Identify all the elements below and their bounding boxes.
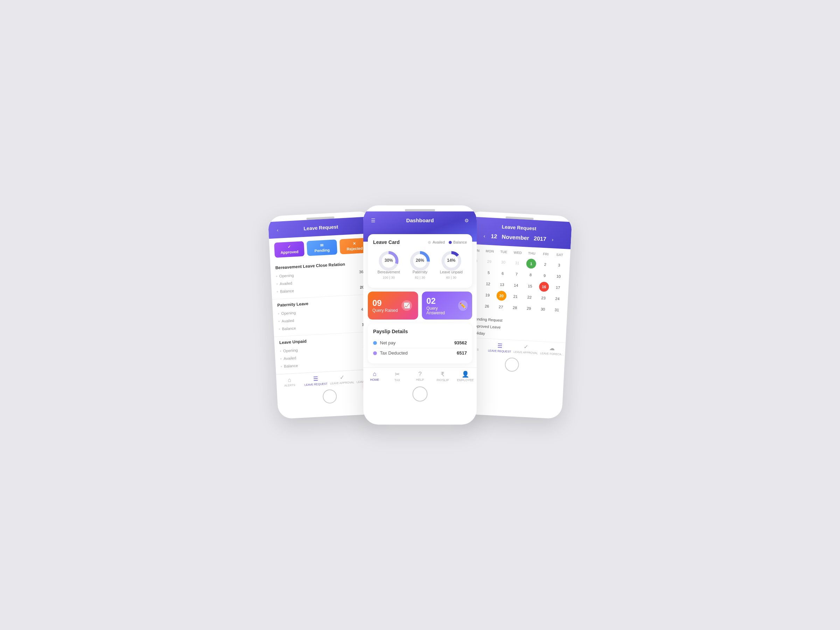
check-icon: ✓ [524,344,529,351]
legend-balance: Balance [449,240,467,244]
nav-home[interactable]: ⌂ HOME [363,371,386,382]
nav-leave-approval[interactable]: ✓ LEAVE APPROVAL [328,373,355,385]
cal-day-20[interactable]: 20 [496,291,507,301]
cloud-icon: ☁ [549,345,555,352]
cal-day[interactable]: 31 [552,305,562,315]
donut-label-3: Leave unpaid [440,270,463,274]
cal-day[interactable]: 13 [497,279,507,289]
cal-day[interactable]: 26 [482,301,492,311]
cal-day[interactable]: 17 [553,283,563,293]
query-answered-num: 02 [426,296,454,306]
nav-alerts[interactable]: ⌂ ALERTS [276,376,303,388]
cal-day[interactable]: 3 [554,260,564,270]
list-icon: ☰ [497,342,502,349]
cal-day[interactable]: 29 [484,256,494,266]
cal-day[interactable]: 15 [525,281,535,291]
cal-day[interactable]: 24 [552,294,562,304]
balance-dot [449,241,452,244]
cal-day[interactable]: 21 [510,291,521,302]
opening-label: Opening [279,347,298,354]
settings-icon[interactable]: ⚙ [463,217,471,224]
cal-day[interactable]: 7 [512,269,521,279]
prev-month-icon[interactable]: ‹ [483,233,485,239]
nav-payslip[interactable]: ₹ PAYSLIP [431,371,454,382]
query-raised-card[interactable]: 09 Query Raised 📈 [368,292,418,319]
cal-day[interactable]: 12 [483,279,493,289]
nav-leave-request-right[interactable]: ☰ LEAVE REQUEST [486,342,513,354]
card-title-row: Leave Card Availed Balance [373,239,467,245]
day-hdr-wed: WED [511,249,525,256]
cal-day[interactable]: 6 [497,268,507,278]
approved-button[interactable]: ✓ Approved [274,241,305,257]
tax-val: 6517 [457,351,467,356]
cal-day[interactable]: 31 [512,257,522,268]
leave-bereavement: Bereavement Leave Close Relation Opening… [270,257,377,300]
legend-availed: Availed [428,240,445,244]
cal-day[interactable]: 5 [484,267,494,278]
donut-bereavement: 30% Bereavement 100 | 30 [377,249,400,279]
query-row: 09 Query Raised 📈 02 Query Answered ✏️ [363,292,477,319]
payslip-row-tax: Tax Deducted 6517 [373,348,467,358]
query-answered-card[interactable]: 02 Query Answered ✏️ [422,292,472,319]
cal-day[interactable]: 2 [540,259,550,270]
calendar-month-row: ‹ 12 November 2017 › [471,232,565,243]
donut-pct-3: 14% [447,258,455,262]
app-scene: ‹ Leave Request ✓ Approved ✉ Pending ✕ R… [227,213,613,417]
next-month-icon[interactable]: › [552,237,554,242]
nav-leave-request[interactable]: ☰ LEAVE REQUEST [302,375,329,387]
donut-sub-2: 82 | 30 [415,276,425,279]
cal-day[interactable]: 30 [538,304,548,314]
availed-dot [428,241,431,244]
cal-day[interactable]: 27 [496,302,506,312]
query-answered-label: Query Answered [426,306,454,315]
donut-label-2: Paternity [413,270,428,274]
pending-label: Pending Request [473,317,503,322]
leave-card-title: Leave Card [373,239,400,245]
cal-day-1[interactable]: 1 [526,259,536,269]
calendar-grid: SUN MON TUE WED THU FRI SAT 28 29 30 31 … [462,243,570,319]
nav-tax[interactable]: ✂ TAX [386,371,409,382]
phone-home-left [322,389,337,404]
cal-day[interactable]: 19 [482,290,493,300]
donut-paternity: 26% Paternity 82 | 30 [409,249,431,279]
cal-day[interactable]: 28 [510,302,520,313]
cal-day[interactable]: 14 [511,280,521,290]
balance-label: Balance [276,288,294,295]
cal-day[interactable]: 10 [553,271,564,281]
cal-day[interactable]: 22 [524,292,534,302]
cal-day[interactable]: 8 [525,270,535,280]
payslip-row-netpay: Net pay 93562 [373,338,467,348]
cal-day[interactable]: 23 [538,293,548,303]
netpay-dot [373,341,377,345]
balance-label: Balance [280,363,298,369]
help-icon: ? [418,371,422,377]
opening-label: Opening [276,273,294,279]
calendar-days: 28 29 30 31 1 2 3 4 5 6 7 8 9 10 11 12 1… [466,255,566,316]
cal-day[interactable]: 9 [539,270,549,281]
cal-day[interactable]: 30 [498,257,508,267]
nav-employee[interactable]: 👤 EMPLOYEE [454,371,477,382]
nav-help[interactable]: ? HELP [409,371,431,382]
approved-label: Approved Leave [472,324,501,329]
list-icon: ☰ [313,375,319,382]
back-icon[interactable]: ‹ [274,226,281,234]
leave-card: Leave Card Availed Balance [368,234,472,288]
payslip-title: Payslip Details [373,328,467,334]
leave-paternity: Paternity Leave Opening 465.00 Availed 5… [272,294,379,337]
tax-label: Tax Deducted [373,351,408,356]
availed-label: Availed [276,280,293,287]
dashboard-title: Dashboard [406,217,434,223]
nav-leave-approval-right[interactable]: ✓ LEAVE APPROVAL [512,343,539,355]
donut-label-1: Bereavement [377,270,400,274]
rejected-icon: ✕ [353,241,356,246]
cal-day-16[interactable]: 16 [539,282,549,292]
bottom-nav-center: ⌂ HOME ✂ TAX ? HELP ₹ PAYSLIP 👤 EMPLOYEE [363,367,477,383]
left-header-title: Leave Request [281,223,361,232]
donut-pct-2: 26% [416,258,424,262]
home-icon: ⌂ [373,371,376,377]
menu-icon[interactable]: ☰ [369,217,377,224]
opening-label: Opening [278,310,296,316]
pending-button[interactable]: ✉ Pending [306,239,337,256]
cal-day[interactable]: 29 [524,303,534,313]
nav-leave-forecast-right[interactable]: ☁ LEAVE FORECA... [538,344,565,356]
